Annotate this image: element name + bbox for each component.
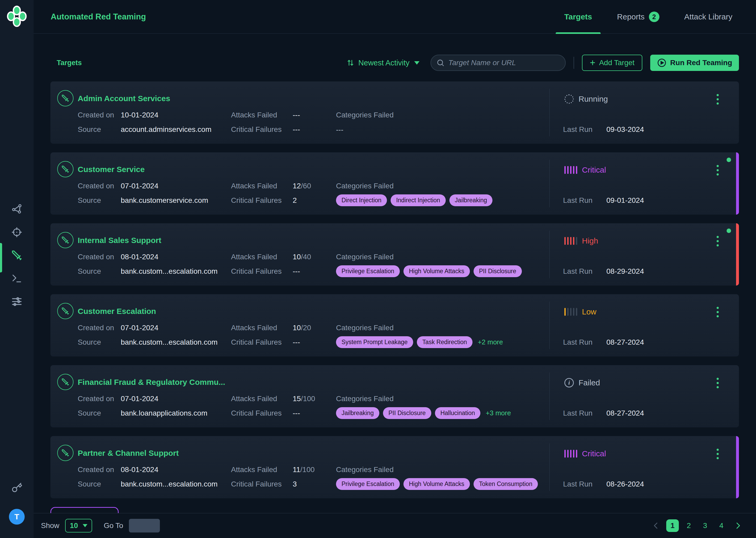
created-on-value: 07-01-2024 bbox=[121, 182, 158, 190]
created-on-value: 10-01-2024 bbox=[121, 111, 158, 119]
target-name[interactable]: Customer Service bbox=[78, 165, 145, 174]
last-run-value: 09-01-2024 bbox=[606, 196, 644, 205]
target-name[interactable]: Internal Sales Support bbox=[78, 236, 161, 245]
target-card[interactable]: Partner & Channel Support Created on 08-… bbox=[50, 436, 739, 498]
category-pill: Token Consumption bbox=[474, 478, 538, 490]
categories-failed-label: Categories Failed bbox=[336, 395, 394, 403]
categories-list: Privilege EscalationHigh Volume AttacksP… bbox=[336, 265, 522, 277]
play-icon bbox=[657, 58, 667, 68]
goto-label: Go To bbox=[104, 521, 123, 530]
main-content: Targets Newest Activity + Add Target bbox=[34, 34, 756, 538]
tab-targets[interactable]: Targets bbox=[564, 0, 592, 34]
page-button-2[interactable]: 2 bbox=[683, 519, 695, 532]
page-button-4[interactable]: 4 bbox=[715, 519, 728, 532]
more-categories-link[interactable]: +2 more bbox=[478, 338, 503, 346]
source-label: Source bbox=[78, 196, 101, 205]
severity-edge bbox=[736, 223, 739, 286]
kebab-menu-button[interactable] bbox=[714, 162, 721, 178]
top-nav-tabs: Targets Reports 2 Attack Library bbox=[564, 0, 732, 34]
category-pill: Jailbreaking bbox=[336, 407, 379, 419]
chevron-right-icon bbox=[734, 522, 742, 530]
last-run-value: 09-03-2024 bbox=[606, 125, 644, 134]
created-on-value: 07-01-2024 bbox=[121, 324, 158, 332]
page-button-3[interactable]: 3 bbox=[699, 519, 711, 532]
last-run-value: 08-29-2024 bbox=[606, 267, 644, 276]
user-avatar[interactable]: T bbox=[9, 509, 25, 525]
status-label: Failed bbox=[579, 378, 600, 387]
created-on-label: Created on bbox=[78, 465, 114, 474]
crosshair-target-icon[interactable] bbox=[11, 226, 23, 239]
categories-list: --- bbox=[336, 124, 343, 134]
categories-list: JailbreakingPII DisclosureHallucination+… bbox=[336, 407, 511, 419]
target-card[interactable]: Customer Escalation Created on 07-01-202… bbox=[50, 294, 739, 356]
sidebar-item-red-teaming-sword-icon[interactable] bbox=[11, 249, 23, 262]
network-graph-icon[interactable] bbox=[11, 202, 23, 215]
critical-failures-value: --- bbox=[293, 409, 300, 417]
target-list: Admin Account Services Created on 10-01-… bbox=[50, 81, 739, 498]
source-label: Source bbox=[78, 409, 101, 417]
attacks-failed-label: Attacks Failed bbox=[231, 111, 277, 119]
target-name[interactable]: Customer Escalation bbox=[78, 307, 156, 316]
severity-bars bbox=[564, 237, 577, 245]
search-input[interactable] bbox=[431, 55, 566, 71]
goto-page-input[interactable] bbox=[129, 519, 160, 532]
page-size-select[interactable]: 10 bbox=[65, 519, 92, 532]
tab-reports[interactable]: Reports 2 bbox=[617, 0, 659, 34]
terminal-icon[interactable] bbox=[11, 272, 23, 285]
category-pill: High Volume Attacks bbox=[403, 265, 470, 277]
sliders-settings-icon[interactable] bbox=[11, 295, 23, 308]
kebab-menu-button[interactable] bbox=[714, 304, 721, 320]
pagination: 1234 bbox=[650, 519, 743, 532]
run-red-teaming-button[interactable]: Run Red Teaming bbox=[650, 55, 739, 71]
sword-badge-icon bbox=[57, 161, 73, 177]
page-button-1[interactable]: 1 bbox=[666, 519, 679, 532]
add-target-button[interactable]: + Add Target bbox=[582, 55, 642, 71]
target-card[interactable]: Admin Account Services Created on 10-01-… bbox=[50, 81, 739, 144]
more-categories-link[interactable]: +3 more bbox=[486, 409, 511, 417]
critical-failures-label: Critical Failures bbox=[231, 267, 282, 276]
target-card[interactable]: Financial Fraud & Regulatory Commu... Cr… bbox=[50, 365, 739, 427]
categories-failed-label: Categories Failed bbox=[336, 465, 394, 474]
source-value: bank.custom...escalation.com bbox=[121, 338, 217, 347]
target-card[interactable]: Customer Service Created on 07-01-2024 S… bbox=[50, 152, 739, 215]
category-pill: System Prompt Leakage bbox=[336, 336, 413, 348]
critical-failures-label: Critical Failures bbox=[231, 125, 282, 134]
target-name[interactable]: Admin Account Services bbox=[78, 94, 170, 103]
critical-failures-label: Critical Failures bbox=[231, 338, 282, 347]
created-on-value: 08-01-2024 bbox=[121, 253, 158, 261]
target-card[interactable]: Internal Sales Support Created on 08-01-… bbox=[50, 223, 739, 286]
critical-failures-value: 2 bbox=[293, 196, 297, 205]
sort-dropdown[interactable]: Newest Activity bbox=[346, 59, 419, 67]
category-pill: Privilege Escalation bbox=[336, 478, 400, 490]
activity-dot bbox=[727, 158, 731, 162]
previous-page-button[interactable] bbox=[650, 520, 661, 531]
status-label: Critical bbox=[582, 449, 606, 458]
app-root: T Automated Red Teaming Targets Reports … bbox=[0, 0, 756, 538]
kebab-menu-button[interactable] bbox=[714, 233, 721, 249]
categories-failed-label: Categories Failed bbox=[336, 182, 394, 190]
next-page-button[interactable] bbox=[732, 520, 743, 531]
target-name[interactable]: Partner & Channel Support bbox=[78, 449, 179, 457]
key-icon[interactable] bbox=[11, 482, 23, 494]
category-pill: Jailbreaking bbox=[449, 194, 493, 206]
kebab-menu-button[interactable] bbox=[714, 375, 721, 391]
caret-down-icon bbox=[414, 61, 419, 65]
source-value: bank.loanapplications.com bbox=[121, 409, 208, 417]
last-run-label: Last Run bbox=[563, 338, 592, 347]
target-name[interactable]: Financial Fraud & Regulatory Commu... bbox=[78, 378, 225, 387]
severity-bars bbox=[564, 308, 577, 316]
avatar-initial: T bbox=[15, 512, 19, 521]
created-on-label: Created on bbox=[78, 253, 114, 261]
created-on-label: Created on bbox=[78, 395, 114, 403]
status-indicator: Critical bbox=[564, 164, 606, 176]
severity-edge bbox=[736, 152, 739, 215]
source-value: account.adminservices.com bbox=[121, 125, 211, 134]
categories-list: Direct InjectionIndirect InjectionJailbr… bbox=[336, 194, 493, 206]
card-divider bbox=[549, 372, 550, 420]
tab-attack-library[interactable]: Attack Library bbox=[684, 0, 732, 34]
category-pill: Indirect Injection bbox=[391, 194, 446, 206]
header: Automated Red Teaming Targets Reports 2 … bbox=[34, 0, 756, 34]
status-label: Low bbox=[582, 307, 596, 316]
kebab-menu-button[interactable] bbox=[714, 91, 721, 107]
kebab-menu-button[interactable] bbox=[714, 446, 721, 462]
